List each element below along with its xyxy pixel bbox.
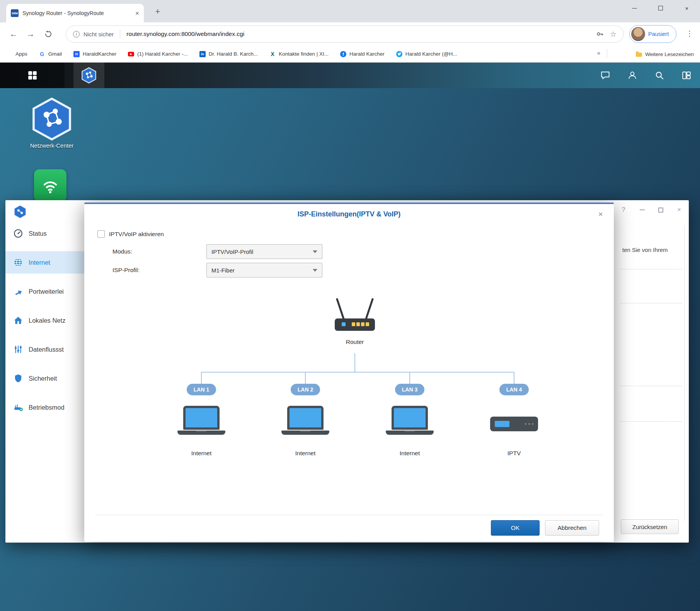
main-menu-button[interactable] (0, 63, 65, 88)
dialog-title: ISP-Einstellungen(IPTV & VoIP) (84, 210, 614, 218)
minimize-icon (640, 209, 645, 210)
forward-button[interactable]: → (24, 27, 37, 41)
table-border (684, 225, 685, 521)
other-bookmarks-button[interactable]: Weitere Lesezeichen (636, 46, 694, 63)
sidebar-item-sicherheit[interactable]: Sicherheit (5, 367, 84, 390)
reload-button[interactable] (42, 27, 55, 41)
user-icon[interactable] (627, 70, 637, 80)
bookmark-apps[interactable]: Apps (6, 51, 27, 57)
address-bar[interactable]: i Nicht sicher router.synology.com:8000/… (66, 26, 624, 43)
facebook-icon: f (340, 51, 346, 57)
sync-paused-label: Pausiert (648, 31, 669, 37)
laptop-base (386, 431, 434, 435)
bookmarks-overflow-button[interactable]: » (597, 49, 600, 56)
divider (620, 269, 682, 269)
url-text[interactable]: router.synology.com:8000/webman/index.cg… (126, 31, 592, 37)
tab-close-icon[interactable]: × (135, 10, 139, 17)
app-maximize-button[interactable] (657, 206, 664, 213)
bookmark-linkedin[interactable]: in Dr. Harald B. Karch... (199, 51, 258, 57)
bookmark-facebook[interactable]: f Harald Karcher (340, 51, 385, 57)
laptop-screen (183, 406, 220, 430)
laptop-screen (287, 406, 324, 430)
browser-tab[interactable]: SRM Synology Router - SynologyRoute × (6, 4, 144, 22)
settop-box-graphic (490, 417, 538, 431)
window-maximize-button[interactable] (647, 0, 674, 16)
twitter-icon (396, 51, 402, 57)
settop-display (495, 421, 509, 427)
search-icon[interactable] (654, 70, 664, 80)
reset-button[interactable]: Zurücksetzen (621, 519, 679, 534)
checkbox-label: IPTV/VoIP aktivieren (109, 231, 164, 238)
ok-button[interactable]: OK (491, 520, 540, 536)
wifi-shortcut-icon[interactable] (34, 169, 66, 202)
chevron-down-icon (313, 250, 317, 253)
avatar (631, 27, 645, 41)
widgets-icon[interactable] (681, 70, 691, 80)
sidebar-item-internet[interactable]: Internet (5, 251, 84, 274)
browser-window-controls: × (621, 0, 700, 16)
taskbar-network-center-button[interactable] (73, 63, 104, 88)
cancel-button[interactable]: Abbrechen (545, 520, 599, 536)
linkedin-icon: in (199, 51, 206, 57)
mode-select[interactable]: IPTV/VoIP-Profil (206, 244, 322, 259)
sidebar-item-lokales-netzwerk[interactable]: Lokales Netz (5, 309, 84, 332)
dialog-footer-divider (95, 515, 603, 515)
app-window-controls: ? × (620, 206, 683, 213)
laptop-graphic (386, 406, 434, 435)
router-graphic (324, 296, 386, 336)
lan4-badge: LAN 4 (499, 384, 529, 395)
window-app-icon (13, 205, 27, 219)
security-label[interactable]: Nicht sicher (83, 31, 114, 37)
app-close-button[interactable]: × (676, 206, 683, 213)
main-menu-grid-icon (27, 70, 37, 80)
browser-menu-button[interactable]: ⋮ (683, 27, 696, 39)
profile-button[interactable]: Pausiert (629, 25, 676, 43)
sidebar-item-status[interactable]: Status (5, 222, 84, 245)
chevron-down-icon (313, 269, 317, 272)
bookmark-youtube[interactable]: ▶ (1) Harald Karcher -... (128, 51, 188, 57)
youtube-icon: ▶ (128, 52, 134, 56)
sidebar-item-portweiterleitung[interactable]: Portweiterlei (5, 280, 84, 303)
reload-icon (44, 30, 53, 39)
device-label: Internet (170, 450, 232, 457)
iptv-voip-checkbox[interactable] (97, 230, 105, 238)
site-icon: H (73, 51, 80, 57)
lan2-badge: LAN 2 (291, 384, 320, 395)
network-center-shortcut-icon[interactable] (30, 97, 73, 141)
help-button[interactable]: ? (620, 206, 627, 213)
bookmarks-separator (607, 49, 607, 58)
bookmark-haraldkarcher[interactable]: H HaraldKarcher (73, 51, 116, 57)
isp-profile-label: ISP-Profil: (112, 267, 140, 274)
bookmark-star-icon[interactable]: ☆ (610, 30, 617, 39)
srm-taskbar (0, 63, 700, 88)
router-gear-icon (13, 402, 23, 412)
sliders-icon (13, 344, 23, 354)
new-tab-button[interactable]: + (152, 5, 164, 18)
folder-icon (636, 53, 642, 57)
bookmark-gmail[interactable]: G Gmail (39, 51, 62, 57)
xing-icon: X (269, 51, 276, 57)
bookmark-twitter[interactable]: Harald Karcher (@H... (396, 51, 457, 57)
screen: SRM Synology Router - SynologyRoute × + … (0, 0, 700, 611)
window-minimize-button[interactable] (621, 0, 647, 16)
laptop-graphic (177, 406, 225, 435)
sidebar-item-datenflusssteuerung[interactable]: Datenflussst (5, 338, 84, 361)
gauge-icon (13, 228, 23, 238)
maximize-icon (658, 6, 663, 10)
gmail-icon: G (39, 51, 45, 57)
globe-icon (13, 257, 23, 267)
omnibox-separator (120, 30, 120, 38)
dialog-close-icon[interactable]: × (595, 209, 606, 220)
divider (620, 386, 682, 386)
isp-profile-select[interactable]: M1-Fiber (206, 263, 322, 277)
app-minimize-button[interactable] (639, 206, 645, 213)
password-key-icon[interactable] (596, 30, 604, 38)
window-close-button[interactable]: × (674, 0, 700, 16)
sidebar-item-betriebsmodus[interactable]: Betriebsmod (5, 396, 84, 419)
bookmark-xing[interactable]: X Kontakte finden | XI... (269, 51, 329, 57)
back-button[interactable]: ← (7, 27, 20, 41)
maximize-icon (658, 208, 663, 213)
notifications-icon[interactable] (600, 70, 610, 80)
device-label: Internet (274, 450, 336, 457)
info-icon[interactable]: i (73, 31, 80, 37)
